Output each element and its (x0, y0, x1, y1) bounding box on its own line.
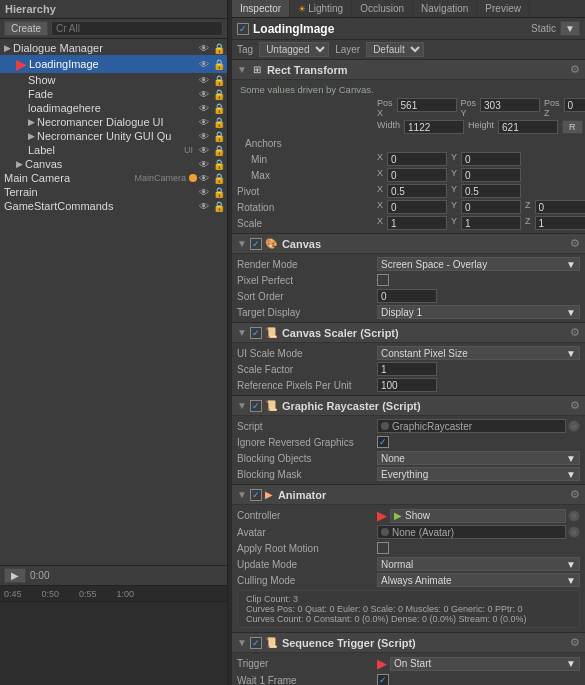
sort-order-input[interactable] (377, 289, 437, 303)
list-item[interactable]: ▶ Canvas 👁 🔒 (0, 157, 227, 171)
lock-icon[interactable]: 🔒 (211, 89, 227, 100)
gear-icon[interactable]: ⚙ (570, 488, 580, 501)
list-item[interactable]: Terrain 👁 🔒 (0, 185, 227, 199)
culling-mode-dropdown[interactable]: Always Animate ▼ (377, 573, 580, 587)
lock-icon[interactable]: 🔒 (211, 75, 227, 86)
tab-inspector[interactable]: Inspector (232, 0, 290, 17)
gear-icon[interactable]: ⚙ (570, 237, 580, 250)
tag-select[interactable]: Untagged (259, 42, 329, 57)
layer-select[interactable]: Default (366, 42, 424, 57)
lock-icon[interactable]: 🔒 (211, 173, 227, 184)
pivot-y-input[interactable] (461, 184, 521, 198)
avatar-ref[interactable]: None (Avatar) (377, 525, 566, 539)
trigger-dropdown[interactable]: On Start ▼ (390, 657, 580, 671)
eye-icon[interactable]: 👁 (197, 173, 211, 184)
rect-r-button[interactable]: R (562, 120, 583, 134)
eye-icon[interactable]: 👁 (197, 59, 211, 70)
ref-picker-button[interactable]: ○ (568, 510, 580, 522)
gear-icon[interactable]: ⚙ (570, 326, 580, 339)
scaler-enabled[interactable]: ✓ (250, 327, 262, 339)
max-y-input[interactable] (461, 168, 521, 182)
component-header[interactable]: ▼ ✓ 📜 Canvas Scaler (Script) ⚙ (232, 323, 585, 343)
eye-icon[interactable]: 👁 (197, 89, 211, 100)
list-item[interactable]: Fade 👁 🔒 (0, 87, 227, 101)
pivot-x-input[interactable] (387, 184, 447, 198)
render-mode-dropdown[interactable]: Screen Space - Overlay ▼ (377, 257, 580, 271)
list-item[interactable]: GameStartCommands 👁 🔒 (0, 199, 227, 213)
gear-icon[interactable]: ⚙ (570, 63, 580, 76)
list-item[interactable]: ▶ Necromancer Unity GUI Qu 👁 🔒 (0, 129, 227, 143)
component-header[interactable]: ▼ ✓ 📜 Sequence Trigger (Script) ⚙ (232, 633, 585, 653)
lock-icon[interactable]: 🔒 (211, 131, 227, 142)
eye-icon[interactable]: 👁 (197, 187, 211, 198)
height-input[interactable] (498, 120, 558, 134)
ignore-reversed-checkbox[interactable]: ✓ (377, 436, 389, 448)
hierarchy-search[interactable] (51, 21, 223, 36)
lock-icon[interactable]: 🔒 (211, 159, 227, 170)
ref-pixels-input[interactable] (377, 378, 437, 392)
target-display-dropdown[interactable]: Display 1 ▼ (377, 305, 580, 319)
tab-occlusion[interactable]: Occlusion (352, 0, 413, 17)
eye-icon[interactable]: 👁 (197, 131, 211, 142)
list-item[interactable]: Main Camera MainCamera 👁 🔒 (0, 171, 227, 185)
ref-picker-button[interactable]: ○ (568, 526, 580, 538)
scale-x-input[interactable] (387, 216, 447, 230)
pos-z-input[interactable] (564, 98, 585, 112)
gear-icon[interactable]: ⚙ (570, 636, 580, 649)
lock-icon[interactable]: 🔒 (211, 59, 227, 70)
component-header[interactable]: ▼ ✓ 🎨 Canvas ⚙ (232, 234, 585, 254)
lock-icon[interactable]: 🔒 (211, 145, 227, 156)
min-x-input[interactable] (387, 152, 447, 166)
scale-mode-dropdown[interactable]: Constant Pixel Size ▼ (377, 346, 580, 360)
lock-icon[interactable]: 🔒 (211, 201, 227, 212)
max-x-input[interactable] (387, 168, 447, 182)
timeline-play[interactable]: ▶ (4, 568, 26, 583)
raycaster-enabled[interactable]: ✓ (250, 400, 262, 412)
eye-icon[interactable]: 👁 (197, 201, 211, 212)
update-mode-dropdown[interactable]: Normal ▼ (377, 557, 580, 571)
create-button[interactable]: Create (4, 21, 48, 36)
controller-ref[interactable]: ▶ Show (390, 509, 566, 523)
static-dropdown[interactable]: ▼ (560, 21, 580, 36)
eye-icon[interactable]: 👁 (197, 117, 211, 128)
root-motion-checkbox[interactable] (377, 542, 389, 554)
lock-icon[interactable]: 🔒 (211, 187, 227, 198)
eye-icon[interactable]: 👁 (197, 103, 211, 114)
lock-icon[interactable]: 🔒 (211, 117, 227, 128)
canvas-enabled[interactable]: ✓ (250, 238, 262, 250)
scale-factor-input[interactable] (377, 362, 437, 376)
eye-icon[interactable]: 👁 (197, 75, 211, 86)
rot-z-input[interactable] (535, 200, 585, 214)
tab-lighting[interactable]: ☀ Lighting (290, 0, 352, 17)
object-enabled-checkbox[interactable]: ✓ (237, 23, 249, 35)
width-input[interactable] (404, 120, 464, 134)
lock-icon[interactable]: 🔒 (211, 103, 227, 114)
script-ref[interactable]: GraphicRaycaster (377, 419, 566, 433)
scale-y-input[interactable] (461, 216, 521, 230)
blocking-mask-dropdown[interactable]: Everything ▼ (377, 467, 580, 481)
blocking-objects-dropdown[interactable]: None ▼ (377, 451, 580, 465)
pixel-perfect-checkbox[interactable] (377, 274, 389, 286)
list-item[interactable]: Label UI 👁 🔒 (0, 143, 227, 157)
lock-icon[interactable]: 🔒 (211, 43, 227, 54)
gear-icon[interactable]: ⚙ (570, 399, 580, 412)
eye-icon[interactable]: 👁 (197, 43, 211, 54)
component-header[interactable]: ▼ ✓ 📜 Graphic Raycaster (Script) ⚙ (232, 396, 585, 416)
pos-x-input[interactable] (397, 98, 457, 112)
rot-y-input[interactable] (461, 200, 521, 214)
scale-z-input[interactable] (535, 216, 585, 230)
component-header[interactable]: ▼ ⊞ Rect Transform ⚙ (232, 60, 585, 80)
list-item[interactable]: ▶ Necromancer Dialogue UI 👁 🔒 (0, 115, 227, 129)
list-item[interactable]: ▶ Dialogue Manager 👁 🔒 (0, 41, 227, 55)
animator-enabled[interactable]: ✓ (250, 489, 262, 501)
seq-enabled[interactable]: ✓ (250, 637, 262, 649)
tab-navigation[interactable]: Navigation (413, 0, 477, 17)
list-item[interactable]: Show 👁 🔒 (0, 73, 227, 87)
component-header[interactable]: ▼ ✓ ▶ Animator ⚙ (232, 485, 585, 505)
pos-y-input[interactable] (480, 98, 540, 112)
wait-frame-checkbox[interactable]: ✓ (377, 674, 389, 685)
list-item-loading-image[interactable]: ▶ LoadingImage 👁 🔒 (0, 55, 227, 73)
min-y-input[interactable] (461, 152, 521, 166)
list-item[interactable]: loadimagehere 👁 🔒 (0, 101, 227, 115)
rot-x-input[interactable] (387, 200, 447, 214)
